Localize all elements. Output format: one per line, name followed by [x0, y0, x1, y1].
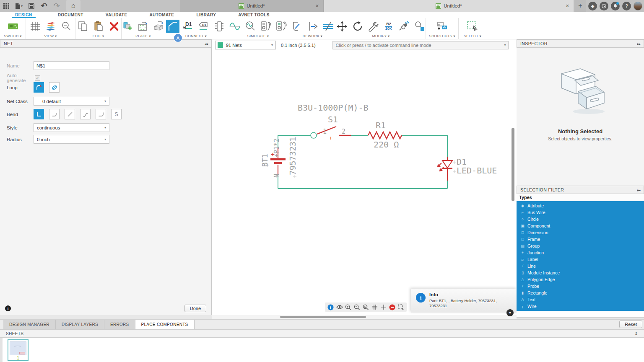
resistor-ref-label[interactable]: R1 [376, 120, 386, 130]
filter-item-line[interactable]: ∕Line [517, 263, 644, 269]
resistor-value-label[interactable]: 220 Ω [374, 140, 399, 150]
rotate-icon[interactable] [351, 20, 364, 33]
undo-button[interactable]: ↶ [38, 0, 50, 12]
info-toggle-icon[interactable]: i [327, 304, 334, 311]
filter-item-module-instance[interactable]: ▯Module Instance [517, 269, 644, 276]
schematic-canvas[interactable]: 91 Nets ▾ 0.1 inch (3.5 5.1) ▾ [212, 39, 517, 315]
menu-design[interactable]: DESIGN [12, 12, 36, 18]
switch-pin1-junction[interactable] [311, 132, 317, 138]
document-tab-2[interactable]: Untitled* ✕ [324, 0, 574, 12]
filter-item-text[interactable]: AText [517, 296, 644, 303]
job-status-icon[interactable] [600, 2, 608, 10]
filter-item-attribute[interactable]: ◆Attribute [517, 202, 644, 209]
ic-pins-icon[interactable] [213, 20, 226, 33]
reroute-icon[interactable] [291, 20, 304, 33]
collaborator-badge[interactable]: A [174, 34, 182, 42]
zoom-view-icon[interactable] [60, 20, 73, 33]
switch-symbol[interactable] [317, 127, 351, 135]
filter-item-label[interactable]: ▱Label [517, 256, 644, 263]
tab-errors[interactable]: ERRORS [104, 320, 135, 329]
collapse-panel-icon[interactable]: ▶▶ [637, 42, 640, 45]
filter-item-bus-wire[interactable]: ⌐Bus Wire [517, 209, 644, 216]
user-avatar[interactable] [634, 2, 642, 10]
radius-select[interactable]: 0 inch ▾ [34, 135, 109, 144]
redo-button[interactable]: ↷ [50, 0, 63, 12]
multimeter-icon[interactable] [259, 20, 273, 33]
help-icon[interactable]: ? [622, 2, 631, 10]
zoom-out-icon[interactable] [353, 304, 361, 311]
switch-part-label[interactable]: B3U-1000P(M)-B [298, 103, 369, 113]
bend-style-1-button[interactable] [34, 109, 44, 119]
menu-document[interactable]: DOCUMENT [58, 12, 83, 18]
filter-item-wire[interactable]: ╮Wire [517, 303, 644, 310]
copy-attributes-icon[interactable] [413, 20, 426, 33]
select-region-icon[interactable] [397, 304, 405, 311]
home-button[interactable]: ⌂ [66, 0, 80, 12]
collapse-panel-icon[interactable]: ◀◀ [205, 42, 208, 45]
net-tool-active[interactable] [166, 20, 179, 33]
save-button[interactable] [25, 0, 38, 12]
net-name-icon[interactable]: D1 [197, 20, 210, 33]
tab-place-components[interactable]: PLACE COMPONENTS [135, 320, 195, 329]
copy-icon[interactable] [76, 20, 90, 33]
swap-plug-icon[interactable] [397, 20, 411, 33]
schematic-drawing[interactable]: + [212, 39, 517, 315]
autogenerate-checkbox[interactable]: ✓ [35, 75, 40, 81]
shortcuts-icon[interactable] [436, 20, 449, 33]
vertical-scrollbar[interactable] [512, 128, 514, 201]
net-wires[interactable] [278, 135, 447, 189]
paste-icon[interactable] [92, 20, 105, 33]
tab-display-layers[interactable]: DISPLAY LAYERS [56, 320, 104, 329]
move-icon[interactable] [335, 20, 349, 33]
wrench-icon[interactable] [366, 20, 380, 33]
extensions-icon[interactable]: ◆ [588, 2, 597, 10]
menu-validate[interactable]: VALIDATE [106, 12, 127, 18]
select-marquee-icon[interactable] [466, 20, 479, 33]
crosshair-icon[interactable] [380, 304, 387, 311]
zoom-fit-icon[interactable] [362, 304, 369, 311]
place-component-icon[interactable] [121, 20, 135, 33]
document-tab-1[interactable]: Untitled* ✕ [180, 0, 324, 12]
app-launcher-icon[interactable] [0, 0, 13, 12]
filter-item-junction[interactable]: +Junction [517, 249, 644, 256]
sine-wave-icon[interactable] [228, 20, 242, 33]
switch-board-icon[interactable] [6, 20, 20, 33]
visibility-eye-icon[interactable] [336, 304, 343, 311]
grid-settings-icon[interactable] [29, 20, 42, 33]
menu-avnet-tools[interactable]: AVNET TOOLS [238, 12, 270, 18]
place-design-block-icon[interactable] [137, 20, 150, 33]
new-tab-button[interactable]: + [574, 0, 586, 12]
filter-item-circle[interactable]: ○Circle [517, 216, 644, 222]
bend-style-5-button[interactable] [96, 109, 106, 119]
led-symbol[interactable] [438, 157, 452, 181]
horizontal-scrollbar[interactable] [280, 316, 366, 318]
style-select[interactable]: continuous ▾ [34, 123, 109, 132]
panel-info-icon[interactable]: i [5, 305, 11, 311]
filter-item-dimension[interactable]: □Dimension [517, 229, 644, 236]
done-button[interactable]: Done [184, 305, 206, 312]
bend-style-s-button[interactable]: S [111, 109, 122, 119]
loop-mode-2-button[interactable] [49, 82, 60, 93]
resistor-symbol[interactable] [368, 132, 402, 139]
close-tab-icon[interactable]: ✕ [566, 3, 569, 9]
extend-wire-icon[interactable] [306, 20, 319, 33]
grid-toggle-icon[interactable] [371, 304, 378, 311]
switch-ref-label[interactable]: S1 [328, 114, 338, 124]
menu-library[interactable]: LIBRARY [196, 12, 216, 18]
reset-button[interactable]: Reset [619, 321, 642, 328]
layers-icon[interactable] [44, 20, 57, 33]
multimeter-color-icon[interactable] [275, 20, 288, 33]
filter-item-polygon-edge[interactable]: △Polygon Edge [517, 276, 644, 283]
net-name-input[interactable] [34, 61, 109, 70]
zoom-in-icon[interactable] [345, 304, 352, 311]
loop-mode-1-button[interactable] [34, 82, 44, 93]
change-value-icon[interactable]: R210K [382, 20, 395, 33]
filter-item-rectangle[interactable]: ▮Rectangle [517, 290, 644, 296]
file-menu-icon[interactable]: ▾ [13, 0, 25, 12]
net-class-select[interactable]: 0 default ▾ [34, 97, 109, 106]
filter-item-frame[interactable]: ◻Frame [517, 236, 644, 243]
filter-item-probe[interactable]: ♀Probe [517, 283, 644, 290]
bend-style-3-button[interactable] [65, 109, 75, 119]
bend-style-4-button[interactable] [80, 109, 91, 119]
battery-ref-label[interactable]: BT1 [261, 154, 269, 167]
